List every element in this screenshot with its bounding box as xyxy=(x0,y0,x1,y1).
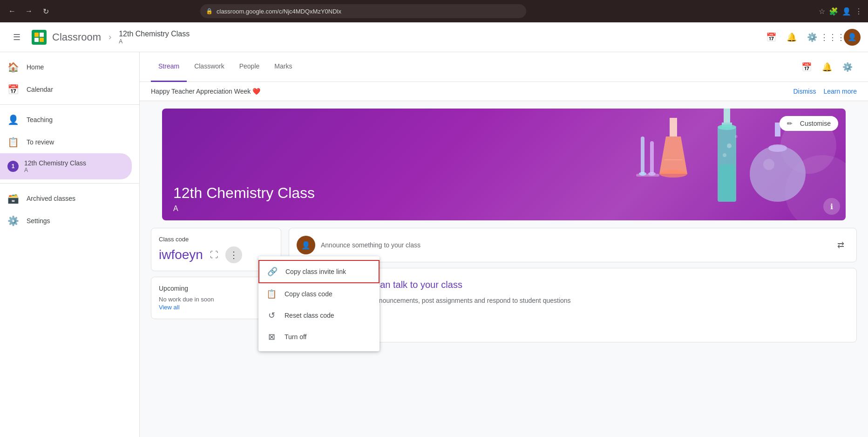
tab-stream-label: Stream xyxy=(158,62,179,70)
announce-avatar: 👤 xyxy=(297,236,315,254)
topbar-icons: 📅 🔔 ⚙️ ⋮⋮⋮ 👤 xyxy=(762,28,861,47)
svg-point-14 xyxy=(763,159,774,170)
tab-marks[interactable]: Marks xyxy=(267,52,299,82)
stream-info-title: This is where you can talk to your class xyxy=(300,280,845,290)
replay-icon: ⇄ xyxy=(837,240,844,250)
dismiss-button[interactable]: Dismiss xyxy=(793,88,816,95)
banner-class-name: 12th Chemistry Class xyxy=(173,184,315,202)
sidebar-item-home-label: Home xyxy=(27,63,44,71)
tab-stream[interactable]: Stream xyxy=(151,52,187,82)
bookmark-icon[interactable]: ☆ xyxy=(819,7,825,16)
browser-refresh-button[interactable]: ↻ xyxy=(39,5,52,18)
announce-input[interactable]: Announce something to your class xyxy=(321,241,827,249)
sidebar-item-teaching-label: Teaching xyxy=(27,116,53,123)
turn-off-icon: ⊠ xyxy=(266,332,277,342)
upcoming-text: No work due in soon xyxy=(159,296,273,303)
menu-item-turn-off[interactable]: ⊠ Turn off xyxy=(258,326,380,348)
svg-point-12 xyxy=(750,146,806,202)
app-logo xyxy=(32,30,47,45)
announce-replay-button[interactable]: ⇄ xyxy=(832,237,849,253)
breadcrumb-section: A xyxy=(119,38,190,45)
sidebar-item-to-review[interactable]: 📋 To review xyxy=(0,131,132,153)
menu-item-reset-class-code[interactable]: ↺ Reset class code xyxy=(258,305,380,326)
browser-bar: ← → ↻ 🔒 classroom.google.com/c/Njc4MDQxM… xyxy=(0,0,868,22)
home-icon: 🏠 xyxy=(7,61,19,73)
class-nav-sub: A xyxy=(24,167,86,173)
app-layout: 🏠 Home 📅 Calendar 👤 Teaching 📋 To review… xyxy=(0,52,868,437)
tab-people-label: People xyxy=(239,62,260,70)
class-code-more-button[interactable]: ⋮ xyxy=(225,246,242,263)
class-badge: 1 xyxy=(7,161,19,172)
notification-icon-button[interactable]: 🔔 xyxy=(782,28,801,47)
archived-icon: 🗃️ xyxy=(7,193,19,204)
banner-wrap: 12th Chemistry Class A ✏ ✏ Customise Cus… xyxy=(140,109,868,220)
learn-more-button[interactable]: Learn more xyxy=(823,88,857,95)
sidebar-current-class[interactable]: 1 12th Chemistry Class A xyxy=(0,153,132,179)
tab-calendar-button[interactable]: 📅 xyxy=(797,58,816,76)
app-topbar: ☰ Classroom › 12th Chemistry Class A 📅 🔔… xyxy=(0,22,868,52)
sidebar-item-calendar[interactable]: 📅 Calendar xyxy=(0,78,132,101)
calendar-icon: 📅 xyxy=(7,84,19,95)
tab-folder-button[interactable]: 🔔 xyxy=(818,58,836,76)
profile-icon[interactable]: 👤 xyxy=(842,7,851,16)
teaching-icon: 👤 xyxy=(7,114,19,125)
menu-item-copy-invite-link-label: Copy class invite link xyxy=(285,268,346,275)
menu-item-copy-invite-link[interactable]: 🔗 Copy class invite link xyxy=(258,260,380,283)
svg-rect-2 xyxy=(670,118,677,137)
notification-actions: Dismiss Learn more xyxy=(793,88,857,95)
svg-point-4 xyxy=(659,170,687,178)
to-review-icon: 📋 xyxy=(7,137,19,148)
more-vertical-icon: ⋮ xyxy=(229,249,238,260)
tab-people[interactable]: People xyxy=(232,52,267,82)
sidebar-divider-1 xyxy=(0,104,139,105)
view-all-link[interactable]: View all xyxy=(159,304,180,311)
upcoming-label: Upcoming xyxy=(159,285,273,292)
svg-rect-10 xyxy=(719,164,735,202)
hamburger-button[interactable]: ☰ xyxy=(7,28,26,47)
sidebar-divider-2 xyxy=(0,183,139,184)
tab-icons: 📅 🔔 ⚙️ xyxy=(797,58,857,76)
sidebar-item-home[interactable]: 🏠 Home xyxy=(0,56,132,78)
extension-icon[interactable]: 🧩 xyxy=(829,7,838,16)
banner-info-button[interactable]: ℹ xyxy=(823,198,840,215)
browser-forward-button[interactable]: → xyxy=(22,5,35,18)
tab-marks-label: Marks xyxy=(274,62,292,70)
google-apps-button[interactable]: ⋮⋮⋮ xyxy=(823,28,842,47)
customise-button[interactable]: ✏ ✏ Customise Customise xyxy=(780,116,838,131)
main-content: Stream Classwork People Marks 📅 🔔 ⚙️ Hap… xyxy=(140,52,868,437)
banner-section: A xyxy=(173,205,178,213)
tab-classwork[interactable]: Classwork xyxy=(187,52,232,82)
reset-icon: ↺ xyxy=(266,310,277,321)
class-banner: 12th Chemistry Class A ✏ ✏ Customise Cus… xyxy=(162,109,846,220)
sidebar-item-teaching[interactable]: 👤 Teaching xyxy=(0,109,132,131)
svg-marker-3 xyxy=(659,137,687,174)
address-bar[interactable]: 🔒 classroom.google.com/c/Njc4MDQxMzY0NDl… xyxy=(200,4,526,18)
svg-rect-19 xyxy=(641,137,644,174)
browser-toolbar: ☆ 🧩 👤 ⋮ xyxy=(819,7,862,16)
svg-point-9 xyxy=(718,124,736,130)
svg-point-16 xyxy=(735,135,738,138)
info-icon: ℹ xyxy=(830,202,833,211)
browser-back-button[interactable]: ← xyxy=(6,5,19,18)
sidebar-item-archived[interactable]: 🗃️ Archived classes xyxy=(0,187,132,210)
link-icon: 🔗 xyxy=(267,266,278,277)
code-expand-button[interactable]: ⛶ xyxy=(207,247,222,262)
menu-item-copy-class-code[interactable]: 📋 Copy class code xyxy=(258,283,380,305)
class-nav-name: 12th Chemistry Class xyxy=(24,159,86,167)
app-title: Classroom xyxy=(52,31,101,43)
stream-info-text: Use the stream to share announcements, p… xyxy=(300,296,845,306)
notification-text: Happy Teacher Appreciation Week ❤️ xyxy=(151,88,260,95)
svg-point-15 xyxy=(727,143,732,148)
calendar-icon-button[interactable]: 📅 xyxy=(762,28,780,47)
settings-icon-button[interactable]: ⚙️ xyxy=(803,28,821,47)
breadcrumb-class-name: 12th Chemistry Class xyxy=(119,30,190,38)
pencil-icon: ✏ xyxy=(787,120,793,127)
user-avatar[interactable]: 👤 xyxy=(844,29,861,46)
sidebar-item-settings-label: Settings xyxy=(27,217,50,225)
url-text: classroom.google.com/c/Njc4MDQxMzY0NDlx xyxy=(217,8,341,15)
class-code-label: Class code xyxy=(159,236,273,243)
class-nav-info: 12th Chemistry Class A xyxy=(24,159,86,173)
tab-settings-button[interactable]: ⚙️ xyxy=(838,58,857,76)
sidebar-item-settings[interactable]: ⚙️ Settings xyxy=(0,210,132,232)
menu-icon[interactable]: ⋮ xyxy=(855,7,862,16)
